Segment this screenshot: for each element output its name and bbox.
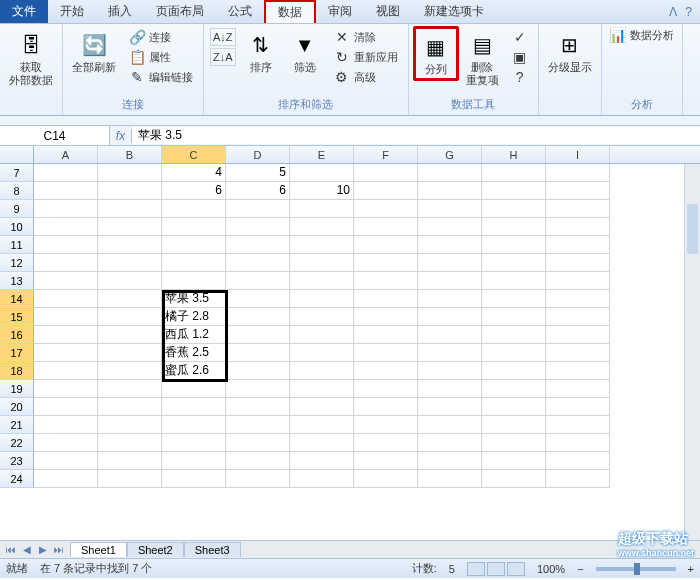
- cell-B15[interactable]: [98, 308, 162, 326]
- row-header-23[interactable]: 23: [0, 452, 34, 470]
- cell-E24[interactable]: [290, 470, 354, 488]
- cell-F19[interactable]: [354, 380, 418, 398]
- reapply-button[interactable]: ↻重新应用: [330, 48, 402, 66]
- cell-G17[interactable]: [418, 344, 482, 362]
- cell-C10[interactable]: [162, 218, 226, 236]
- cell-F21[interactable]: [354, 416, 418, 434]
- filter-button[interactable]: ▼ 筛选: [284, 26, 326, 77]
- cell-I7[interactable]: [546, 164, 610, 182]
- sheet-tab-sheet1[interactable]: Sheet1: [70, 542, 127, 557]
- column-header-F[interactable]: F: [354, 146, 418, 163]
- cell-A9[interactable]: [34, 200, 98, 218]
- cell-B11[interactable]: [98, 236, 162, 254]
- cell-G9[interactable]: [418, 200, 482, 218]
- zoom-thumb[interactable]: [634, 563, 640, 575]
- cell-I19[interactable]: [546, 380, 610, 398]
- cell-E20[interactable]: [290, 398, 354, 416]
- cell-I23[interactable]: [546, 452, 610, 470]
- cell-F20[interactable]: [354, 398, 418, 416]
- cell-E10[interactable]: [290, 218, 354, 236]
- next-sheet-icon[interactable]: ▶: [36, 544, 50, 555]
- cell-I21[interactable]: [546, 416, 610, 434]
- cell-D7[interactable]: 5: [226, 164, 290, 182]
- minimize-ribbon-icon[interactable]: ᐱ: [669, 5, 677, 19]
- cell-D17[interactable]: [226, 344, 290, 362]
- data-validation-button[interactable]: ✓: [508, 28, 532, 46]
- cell-F15[interactable]: [354, 308, 418, 326]
- cell-I9[interactable]: [546, 200, 610, 218]
- cell-D19[interactable]: [226, 380, 290, 398]
- cell-G19[interactable]: [418, 380, 482, 398]
- tab-page-layout[interactable]: 页面布局: [144, 0, 216, 23]
- row-header-21[interactable]: 21: [0, 416, 34, 434]
- cell-C19[interactable]: [162, 380, 226, 398]
- scroll-thumb[interactable]: [687, 204, 698, 254]
- cell-D13[interactable]: [226, 272, 290, 290]
- vertical-scrollbar[interactable]: [684, 164, 700, 540]
- formula-bar[interactable]: 苹果 3.5: [132, 127, 700, 144]
- last-sheet-icon[interactable]: ⏭: [52, 544, 66, 555]
- cell-C7[interactable]: 4: [162, 164, 226, 182]
- row-header-17[interactable]: 17: [0, 344, 34, 362]
- cell-F11[interactable]: [354, 236, 418, 254]
- cell-H11[interactable]: [482, 236, 546, 254]
- cell-I17[interactable]: [546, 344, 610, 362]
- cell-E19[interactable]: [290, 380, 354, 398]
- cell-D21[interactable]: [226, 416, 290, 434]
- row-header-8[interactable]: 8: [0, 182, 34, 200]
- cell-E15[interactable]: [290, 308, 354, 326]
- cell-B16[interactable]: [98, 326, 162, 344]
- cell-D12[interactable]: [226, 254, 290, 272]
- cell-G15[interactable]: [418, 308, 482, 326]
- cell-I20[interactable]: [546, 398, 610, 416]
- cell-C24[interactable]: [162, 470, 226, 488]
- cell-D14[interactable]: [226, 290, 290, 308]
- outline-button[interactable]: ⊞ 分级显示: [543, 26, 597, 77]
- cell-A22[interactable]: [34, 434, 98, 452]
- cell-C22[interactable]: [162, 434, 226, 452]
- cell-F23[interactable]: [354, 452, 418, 470]
- cell-F24[interactable]: [354, 470, 418, 488]
- cell-D20[interactable]: [226, 398, 290, 416]
- tab-new[interactable]: 新建选项卡: [412, 0, 496, 23]
- cell-F16[interactable]: [354, 326, 418, 344]
- column-header-H[interactable]: H: [482, 146, 546, 163]
- horizontal-scrollbar[interactable]: [251, 543, 700, 557]
- sort-button[interactable]: ⇅ 排序: [240, 26, 282, 77]
- prev-sheet-icon[interactable]: ◀: [20, 544, 34, 555]
- sheet-tab-sheet2[interactable]: Sheet2: [127, 542, 184, 557]
- cell-E12[interactable]: [290, 254, 354, 272]
- cell-G14[interactable]: [418, 290, 482, 308]
- cell-H19[interactable]: [482, 380, 546, 398]
- row-header-24[interactable]: 24: [0, 470, 34, 488]
- file-menu[interactable]: 文件: [0, 0, 48, 23]
- cell-E22[interactable]: [290, 434, 354, 452]
- cell-H18[interactable]: [482, 362, 546, 380]
- advanced-filter-button[interactable]: ⚙高级: [330, 68, 402, 86]
- sheet-tab-sheet3[interactable]: Sheet3: [184, 542, 241, 557]
- cell-D16[interactable]: [226, 326, 290, 344]
- cell-A21[interactable]: [34, 416, 98, 434]
- cell-B13[interactable]: [98, 272, 162, 290]
- cell-A16[interactable]: [34, 326, 98, 344]
- cell-A19[interactable]: [34, 380, 98, 398]
- column-header-A[interactable]: A: [34, 146, 98, 163]
- tab-formulas[interactable]: 公式: [216, 0, 264, 23]
- cell-D8[interactable]: 6: [226, 182, 290, 200]
- row-header-15[interactable]: 15: [0, 308, 34, 326]
- cell-D9[interactable]: [226, 200, 290, 218]
- cell-C13[interactable]: [162, 272, 226, 290]
- cell-D11[interactable]: [226, 236, 290, 254]
- cell-D10[interactable]: [226, 218, 290, 236]
- tab-review[interactable]: 审阅: [316, 0, 364, 23]
- cell-H14[interactable]: [482, 290, 546, 308]
- help-icon[interactable]: ?: [685, 5, 692, 19]
- cell-I11[interactable]: [546, 236, 610, 254]
- get-external-data-button[interactable]: 🗄 获取 外部数据: [4, 26, 58, 90]
- cell-D18[interactable]: [226, 362, 290, 380]
- row-header-13[interactable]: 13: [0, 272, 34, 290]
- cell-E9[interactable]: [290, 200, 354, 218]
- cell-D23[interactable]: [226, 452, 290, 470]
- cell-B9[interactable]: [98, 200, 162, 218]
- cell-H17[interactable]: [482, 344, 546, 362]
